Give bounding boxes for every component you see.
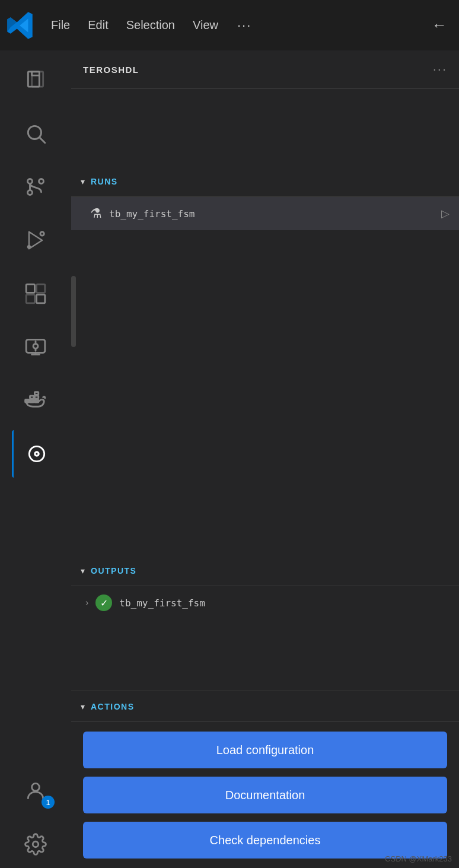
explorer-icon[interactable] <box>12 56 59 104</box>
svg-rect-23 <box>34 396 38 399</box>
outputs-item-name: tb_my_first_fsm <box>119 597 205 609</box>
panel-header: TEROSHDL ··· <box>71 50 459 89</box>
svg-rect-1 <box>32 72 43 87</box>
runs-item-name: tb_my_first_fsm <box>109 208 434 220</box>
outputs-status-badge: ✓ <box>95 594 112 611</box>
svg-point-29 <box>33 841 39 847</box>
menu-edit[interactable]: Edit <box>84 16 111 34</box>
empty-space-lower <box>71 619 459 691</box>
svg-point-7 <box>27 245 31 249</box>
svg-point-27 <box>36 453 37 454</box>
svg-point-6 <box>39 179 44 184</box>
actions-section-header[interactable]: ▾ ACTIONS <box>71 691 459 722</box>
runs-section-header[interactable]: ▾ RUNS <box>71 166 459 197</box>
documentation-button[interactable]: Documentation <box>83 777 447 813</box>
runs-label: RUNS <box>91 177 118 186</box>
outputs-label: OUTPUTS <box>91 566 136 576</box>
actions-section: ▾ ACTIONS Load configuration Documentati… <box>71 691 459 868</box>
watermark: CSDN @XMark233 <box>385 854 452 863</box>
actions-label: ACTIONS <box>91 702 135 711</box>
empty-space-middle <box>71 230 459 555</box>
titlebar: File Edit Selection View ··· ← <box>0 0 459 50</box>
actions-buttons-container: Load configuration Documentation Check d… <box>71 722 459 868</box>
outputs-expand-chevron[interactable]: › <box>85 597 88 608</box>
menu-file[interactable]: File <box>47 16 74 34</box>
vscode-logo[interactable] <box>6 11 36 40</box>
menu-selection[interactable]: Selection <box>123 16 179 34</box>
runs-item[interactable]: ⚗ tb_my_first_fsm ▷ <box>71 197 459 230</box>
activity-bar: 1 <box>0 50 71 868</box>
remote-icon[interactable] <box>12 323 59 371</box>
svg-point-8 <box>40 232 44 236</box>
source-control-icon[interactable] <box>12 163 59 211</box>
svg-rect-22 <box>30 396 34 399</box>
svg-rect-0 <box>28 72 39 87</box>
svg-point-28 <box>32 783 40 791</box>
accounts-badge: 1 <box>42 796 55 809</box>
flask-icon: ⚗ <box>90 206 102 221</box>
back-button[interactable]: ← <box>426 14 453 37</box>
menu-view[interactable]: View <box>189 16 222 34</box>
empty-area-top <box>71 89 459 166</box>
runs-chevron: ▾ <box>81 177 85 186</box>
svg-rect-11 <box>26 295 34 303</box>
teroshdl-icon[interactable] <box>12 430 59 478</box>
main-layout: 1 TEROSHDL ··· ▾ RUNS ⚗ tb_my_first_fsm … <box>0 50 459 868</box>
docker-icon[interactable] <box>12 377 59 424</box>
load-configuration-button[interactable]: Load configuration <box>83 732 447 768</box>
svg-rect-10 <box>37 284 45 292</box>
sidebar-panel: TEROSHDL ··· ▾ RUNS ⚗ tb_my_first_fsm ▷ … <box>71 50 459 868</box>
svg-line-3 <box>40 138 45 143</box>
actions-chevron: ▾ <box>81 702 85 711</box>
search-icon[interactable] <box>12 110 59 157</box>
panel-title: TEROSHDL <box>83 65 139 75</box>
panel-more-button[interactable]: ··· <box>433 62 447 77</box>
titlebar-menu: File Edit Selection View ··· <box>47 15 414 36</box>
svg-rect-9 <box>26 284 34 292</box>
settings-icon[interactable] <box>12 821 59 868</box>
accounts-icon[interactable]: 1 <box>12 767 59 815</box>
outputs-section: ▾ OUTPUTS › ✓ tb_my_first_fsm <box>71 555 459 619</box>
svg-rect-12 <box>37 295 45 303</box>
svg-rect-24 <box>34 392 38 395</box>
runs-play-button[interactable]: ▷ <box>441 207 450 220</box>
run-debug-icon[interactable] <box>12 217 59 264</box>
extensions-icon[interactable] <box>12 270 59 317</box>
outputs-item[interactable]: › ✓ tb_my_first_fsm <box>71 586 459 619</box>
outputs-chevron: ▾ <box>81 566 85 576</box>
outputs-section-header[interactable]: ▾ OUTPUTS <box>71 555 459 586</box>
check-dependencies-button[interactable]: Check dependencies <box>83 822 447 859</box>
scrollbar-thumb[interactable] <box>71 276 76 347</box>
runs-section: ▾ RUNS ⚗ tb_my_first_fsm ▷ <box>71 166 459 230</box>
menu-more[interactable]: ··· <box>232 15 256 36</box>
